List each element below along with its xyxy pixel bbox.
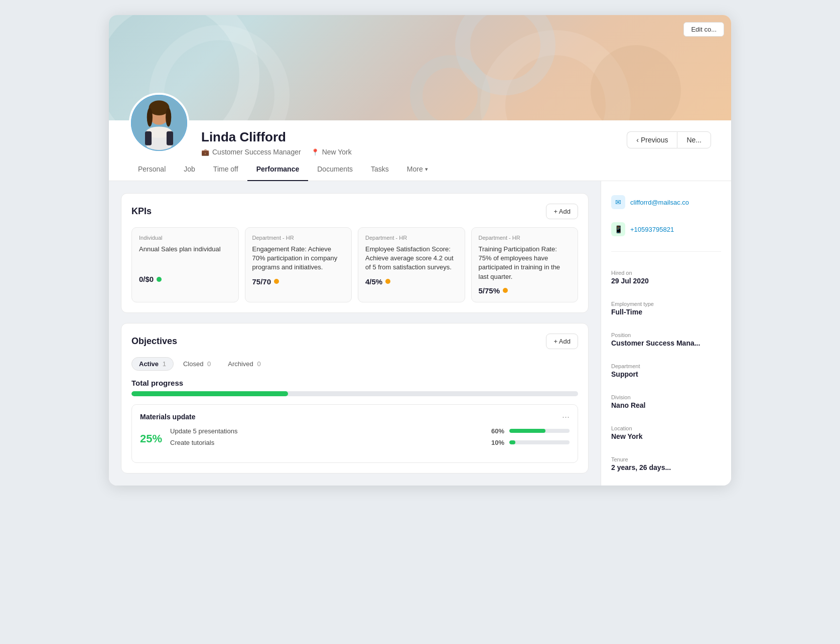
- main-layout: KPIs + Add Individual Annual Sales plan …: [109, 181, 731, 486]
- sidebar-division: Division Nano Real: [611, 389, 721, 409]
- task-label-1: Create tutorials: [170, 439, 481, 446]
- task-bar-fill-0: [509, 429, 545, 433]
- kpis-card: KPIs + Add Individual Annual Sales plan …: [121, 193, 589, 313]
- add-objective-button[interactable]: + Add: [546, 334, 578, 349]
- kpi-description-3: Training Participation Rate: 75% of empl…: [479, 245, 571, 281]
- profile-meta: 💼 Customer Success Manager 📍 New York: [201, 148, 627, 156]
- previous-button[interactable]: ‹ Previous: [627, 131, 677, 148]
- status-dot-yellow-3: [503, 288, 508, 293]
- location-icon: 📍: [311, 148, 319, 156]
- obj-tab-closed[interactable]: Closed 0: [176, 357, 218, 371]
- profile-title: 💼 Customer Success Manager: [201, 148, 301, 156]
- sidebar-location-value: New York: [611, 432, 721, 440]
- kpi-value-1: 75/70: [252, 277, 345, 286]
- add-kpi-button[interactable]: + Add: [546, 204, 578, 219]
- sidebar-divider-1: [611, 251, 721, 252]
- kpi-description-1: Engagement Rate: Achieve 70% participati…: [252, 245, 345, 272]
- kpi-category-0: Individual: [139, 235, 231, 241]
- kpi-category-3: Department - HR: [479, 235, 571, 241]
- status-dot-green-0: [157, 277, 162, 282]
- task-label-0: Update 5 presentations: [170, 427, 481, 435]
- sidebar-division-value: Nano Real: [611, 401, 721, 409]
- edit-cover-button[interactable]: Edit co...: [683, 22, 724, 37]
- tab-more[interactable]: More ▾: [398, 158, 437, 181]
- obj-tab-archived[interactable]: Archived 0: [220, 357, 268, 371]
- task-bar-fill-1: [509, 440, 515, 444]
- materials-title: Materials update: [140, 413, 195, 421]
- kpi-card-1: Department - HR Engagement Rate: Achieve…: [245, 227, 352, 302]
- sidebar-area: ✉ clifforrd@mailsac.co 📱 +10593795821 Hi…: [601, 181, 731, 486]
- sidebar-email: clifforrd@mailsac.co: [630, 199, 689, 206]
- tab-personal[interactable]: Personal: [129, 158, 175, 181]
- content-area: KPIs + Add Individual Annual Sales plan …: [109, 181, 601, 486]
- briefcase-icon: 💼: [201, 148, 209, 156]
- svg-point-6: [147, 108, 153, 126]
- total-progress-bar: [131, 391, 578, 396]
- sidebar-location-label: Location: [611, 425, 721, 431]
- sidebar-department: Department Support: [611, 358, 721, 378]
- kpi-card-3: Department - HR Training Participation R…: [471, 227, 579, 302]
- kpi-card-2: Department - HR Employee Satisfaction Sc…: [358, 227, 465, 302]
- kpi-value-2: 4/5%: [365, 277, 458, 286]
- nav-prev-next: ‹ Previous Ne...: [627, 131, 711, 148]
- profile-location: 📍 New York: [311, 148, 352, 156]
- objectives-tabs: Active 1 Closed 0 Archived 0: [131, 357, 578, 371]
- email-icon: ✉: [611, 195, 625, 209]
- total-progress-label: Total progress: [131, 379, 578, 387]
- sidebar-division-label: Division: [611, 394, 721, 400]
- sidebar-location: Location New York: [611, 420, 721, 440]
- tab-performance[interactable]: Performance: [247, 158, 309, 181]
- materials-menu-button[interactable]: ···: [562, 412, 570, 422]
- sidebar-employment: Employment type Full-Time: [611, 296, 721, 316]
- task-row-1: Create tutorials 10%: [170, 439, 570, 446]
- kpi-card-0: Individual Annual Sales plan individual …: [131, 227, 239, 302]
- page-wrapper: Edit co...: [109, 15, 731, 486]
- sidebar-phone-row: 📱 +10593795821: [611, 220, 721, 238]
- materials-card: Materials update ··· 25% Update 5 presen…: [131, 404, 578, 463]
- chevron-left-icon: ‹: [636, 136, 639, 144]
- sidebar-employment-value: Full-Time: [611, 308, 721, 316]
- profile-name: Linda Clifford: [201, 129, 627, 145]
- chevron-down-icon: ▾: [425, 166, 428, 173]
- materials-overall-pct: 25%: [140, 432, 162, 445]
- sidebar-hired: Hired on 29 Jul 2020: [611, 265, 721, 285]
- phone-icon: 📱: [611, 222, 625, 236]
- kpi-description-0: Annual Sales plan individual: [139, 245, 231, 270]
- kpi-description-2: Employee Satisfaction Score: Achieve ave…: [365, 245, 458, 272]
- task-row-0: Update 5 presentations 60%: [170, 427, 570, 435]
- sidebar-position-value: Customer Success Mana...: [611, 339, 721, 347]
- obj-tab-active[interactable]: Active 1: [131, 357, 174, 371]
- kpi-category-1: Department - HR: [252, 235, 345, 241]
- svg-rect-11: [167, 131, 173, 145]
- task-bar-wrap-0: [509, 429, 570, 433]
- sidebar-tenure: Tenure 2 years, 26 days...: [611, 451, 721, 471]
- kpi-grid: Individual Annual Sales plan individual …: [131, 227, 578, 302]
- objectives-card-header: Objectives + Add: [131, 334, 578, 349]
- sidebar-tenure-value: 2 years, 26 days...: [611, 463, 721, 471]
- tab-documents[interactable]: Documents: [308, 158, 362, 181]
- avatar-wrap: [129, 93, 189, 153]
- profile-info: Linda Clifford 💼 Customer Success Manage…: [189, 120, 627, 156]
- kpi-value-3: 5/75%: [479, 286, 571, 295]
- kpis-title: KPIs: [131, 206, 152, 217]
- sidebar-position: Position Customer Success Mana...: [611, 327, 721, 347]
- status-dot-yellow-1: [274, 279, 279, 284]
- svg-rect-10: [145, 131, 152, 145]
- tab-timeoff[interactable]: Time off: [204, 158, 247, 181]
- profile-section: Linda Clifford 💼 Customer Success Manage…: [109, 120, 731, 156]
- task-pct-0: 60%: [486, 427, 504, 435]
- sidebar-department-label: Department: [611, 363, 721, 369]
- sidebar-hired-label: Hired on: [611, 270, 721, 276]
- sidebar-tenure-label: Tenure: [611, 456, 721, 462]
- avatar: [129, 93, 189, 153]
- next-button[interactable]: Ne...: [677, 131, 711, 148]
- tab-job[interactable]: Job: [175, 158, 204, 181]
- obj-tab-archived-count: 0: [257, 360, 260, 368]
- cover-banner: Edit co...: [109, 15, 731, 120]
- objectives-card: Objectives + Add Active 1 Closed 0 Archi…: [121, 323, 589, 473]
- total-progress-fill: [131, 391, 288, 396]
- sidebar-email-row: ✉ clifforrd@mailsac.co: [611, 193, 721, 211]
- materials-header: Materials update ···: [140, 412, 570, 422]
- tab-bar: Personal Job Time off Performance Docume…: [109, 158, 731, 181]
- tab-tasks[interactable]: Tasks: [362, 158, 398, 181]
